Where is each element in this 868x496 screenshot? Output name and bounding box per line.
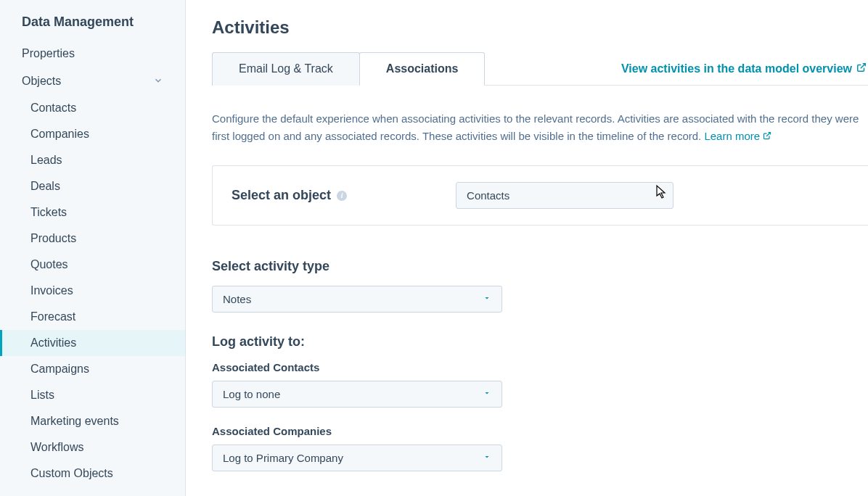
tabs: Email Log & Track Associations xyxy=(212,52,485,85)
activity-type-label: Select activity type xyxy=(212,259,868,274)
tab-label: Associations xyxy=(386,62,459,75)
sidebar-subitem-lists[interactable]: Lists xyxy=(0,382,185,408)
select-object-dropdown[interactable]: Contacts xyxy=(456,182,673,209)
sidebar-subitem-label: Campaigns xyxy=(30,363,89,376)
sidebar: Data Management Properties Objects Conta… xyxy=(0,0,186,496)
log-activity-heading: Log activity to: xyxy=(212,334,868,350)
sidebar-subitem-label: Workflows xyxy=(30,441,84,454)
sidebar-subitem-contacts[interactable]: Contacts xyxy=(0,95,185,121)
sidebar-subitem-custom-objects[interactable]: Custom Objects xyxy=(0,460,185,487)
sidebar-subitem-forecast[interactable]: Forecast xyxy=(0,304,185,330)
page-title: Activities xyxy=(212,17,868,38)
sidebar-subitem-label: Custom Objects xyxy=(30,467,113,480)
sidebar-subitem-label: Activities xyxy=(30,336,76,350)
chevron-down-icon xyxy=(153,75,163,88)
tab-email-log-track[interactable]: Email Log & Track xyxy=(212,52,360,86)
sidebar-heading: Data Management xyxy=(0,15,185,40)
tab-label: Email Log & Track xyxy=(239,62,333,75)
sidebar-subitem-label: Leads xyxy=(30,154,62,167)
sidebar-subitem-label: Tickets xyxy=(30,206,67,219)
select-object-panel: Select an object i Contacts xyxy=(212,165,868,226)
sidebar-item-label: Properties xyxy=(22,47,75,60)
sidebar-item-label: Objects xyxy=(22,75,61,88)
sidebar-subitem-label: Forecast xyxy=(30,310,75,323)
select-object-label: Select an object i xyxy=(232,188,347,203)
log-field-label: Associated Contacts xyxy=(212,361,868,373)
external-link-icon xyxy=(763,128,771,145)
sidebar-subitem-workflows[interactable]: Workflows xyxy=(0,434,185,460)
svg-line-1 xyxy=(766,133,771,137)
caret-down-icon xyxy=(654,190,663,201)
link-text: View activities in the data model overvi… xyxy=(621,62,852,75)
sidebar-subitem-label: Marketing events xyxy=(30,415,119,428)
select-value: Log to none xyxy=(223,388,280,400)
sidebar-subitem-companies[interactable]: Companies xyxy=(0,121,185,147)
sidebar-subitem-label: Quotes xyxy=(30,258,68,271)
sidebar-subitem-label: Invoices xyxy=(30,284,73,297)
view-activities-link[interactable]: View activities in the data model overvi… xyxy=(621,62,868,75)
tabs-row: Email Log & Track Associations View acti… xyxy=(212,52,868,86)
associated-companies-dropdown[interactable]: Log to Primary Company xyxy=(212,445,502,471)
tab-associations[interactable]: Associations xyxy=(359,52,486,86)
sidebar-subitem-quotes[interactable]: Quotes xyxy=(0,252,185,278)
info-icon[interactable]: i xyxy=(337,191,347,201)
sidebar-subitem-invoices[interactable]: Invoices xyxy=(0,278,185,304)
activity-type-group: Select activity type Notes xyxy=(212,259,868,313)
sidebar-item-objects[interactable]: Objects xyxy=(0,67,185,95)
sidebar-subitem-label: Products xyxy=(30,232,76,245)
learn-more-link[interactable]: Learn more xyxy=(704,128,771,145)
caret-down-icon xyxy=(483,389,491,400)
description-text: Configure the default experience when as… xyxy=(212,110,868,145)
sidebar-subitem-products[interactable]: Products xyxy=(0,226,185,252)
log-field-label: Associated Companies xyxy=(212,425,868,437)
select-value: Log to Primary Company xyxy=(223,452,343,464)
sidebar-subitem-deals[interactable]: Deals xyxy=(0,173,185,199)
select-value: Contacts xyxy=(467,189,509,202)
sidebar-subitem-activities[interactable]: Activities xyxy=(0,330,185,356)
learn-more-text: Learn more xyxy=(704,128,760,145)
sidebar-subitem-label: Lists xyxy=(30,389,54,402)
log-field-companies: Associated Companies Log to Primary Comp… xyxy=(212,425,868,471)
sidebar-item-properties[interactable]: Properties xyxy=(0,40,185,67)
log-field-contacts: Associated Contacts Log to none xyxy=(212,361,868,408)
external-link-icon xyxy=(856,62,867,75)
sidebar-subitem-leads[interactable]: Leads xyxy=(0,147,185,173)
sidebar-subitem-marketing-events[interactable]: Marketing events xyxy=(0,408,185,434)
activity-type-dropdown[interactable]: Notes xyxy=(212,286,502,313)
sidebar-subitem-label: Contacts xyxy=(30,102,76,115)
caret-down-icon xyxy=(483,452,491,463)
sidebar-subitem-label: Deals xyxy=(30,180,60,193)
main-content: Activities Email Log & Track Association… xyxy=(186,0,868,496)
sidebar-subitem-label: Companies xyxy=(30,128,89,141)
select-value: Notes xyxy=(223,293,251,305)
svg-line-0 xyxy=(861,63,865,67)
sidebar-subitem-tickets[interactable]: Tickets xyxy=(0,199,185,226)
sidebar-subitem-campaigns[interactable]: Campaigns xyxy=(0,356,185,382)
caret-down-icon xyxy=(483,294,491,305)
associated-contacts-dropdown[interactable]: Log to none xyxy=(212,381,502,408)
